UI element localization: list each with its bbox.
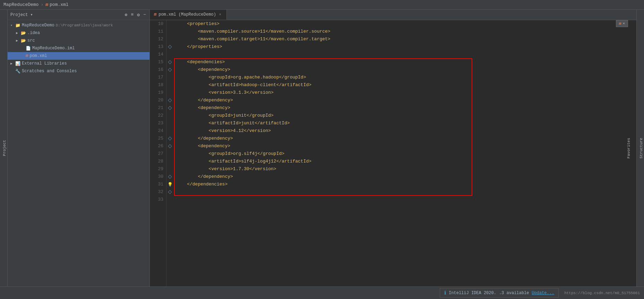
tree-item-ext[interactable]: ▶ 📊 External Libraries [8, 60, 149, 67]
code-line-19: <version>3.1.3</version> [173, 89, 636, 97]
line-num-11: 11 [150, 28, 166, 35]
idea-label: .idea [27, 31, 40, 35]
gutter-21 [166, 104, 173, 112]
xml-icon: m [26, 53, 28, 58]
project-panel-header: Project ▾ ⊕ ≡ ⚙ − [8, 10, 149, 20]
gutter: 💡 [166, 20, 173, 286]
code-line-13: </properties> [173, 43, 636, 51]
fold-diamond-15[interactable] [168, 60, 172, 64]
root-label: MapReduceDemo [22, 23, 54, 28]
line-num-32: 32 [150, 188, 166, 196]
code-line-30: </dependency> [173, 173, 636, 181]
editor-tabs: m pom.xml (MapReduceDemo) × [150, 10, 636, 20]
file-icon: m [45, 2, 48, 7]
line-num-27: 27 [150, 150, 166, 158]
root-path: D:\ProgramFiles\java\Work [56, 23, 113, 27]
src-label: src [27, 38, 35, 43]
notification-box: ℹ IntelliJ IDEA 2020. .3 available Updat… [440, 288, 559, 298]
fold-diamond-13[interactable] [168, 45, 172, 49]
gutter-19 [166, 89, 173, 97]
code-line-25: </dependency> [173, 135, 636, 142]
gutter-17 [166, 74, 173, 81]
code-line-12: <maven.compiler.target>11</maven.compile… [173, 35, 636, 43]
project-name: MapReduceDemo [3, 2, 38, 7]
line-num-25: 25 [150, 135, 166, 142]
locate-icon[interactable]: ⊕ [124, 11, 128, 18]
collapse-icon[interactable]: ≡ [130, 11, 135, 18]
gutter-10 [166, 20, 173, 28]
line-num-21: 21 [150, 104, 166, 112]
tab-label: pom.xml (MapReduceDemo) [158, 12, 216, 17]
gutter-28 [166, 158, 173, 165]
arrow-src: ▶ [16, 39, 21, 43]
ext-label: External Libraries [22, 61, 67, 66]
minimize-icon[interactable]: − [143, 11, 147, 18]
line-numbers: 10 11 12 13 14 15 16 17 18 19 20 21 22 2… [150, 20, 166, 286]
tree-item-scratch[interactable]: 🔧 Scratches and Consoles [8, 67, 149, 75]
pom-label: pom.xml [29, 53, 47, 58]
main-content: Project Project ▾ ⊕ ≡ ⚙ − ▾ 📁 MapReduceD… [0, 10, 644, 286]
notification-url: https://blog.csdn.net/m0_51755061 [564, 291, 640, 295]
tree-item-iml[interactable]: 📄 MapReduceDemo.iml [8, 44, 149, 52]
module-icon: 📁 [15, 23, 20, 28]
code-line-15: <dependencies> [173, 58, 636, 66]
notification-text: IntelliJ IDEA 2020. [449, 291, 496, 296]
favorites-tab[interactable]: Favorites [626, 136, 632, 160]
maven-button[interactable]: m × [616, 20, 628, 27]
fold-diamond-20[interactable] [168, 98, 172, 102]
maven-close[interactable]: × [622, 22, 625, 26]
code-editor: 10 11 12 13 14 15 16 17 18 19 20 21 22 2… [150, 20, 636, 286]
code-line-24: <version>4.12</version> [173, 127, 636, 135]
scratch-label: Scratches and Consoles [22, 69, 77, 74]
line-num-10: 10 [150, 20, 166, 28]
gutter-23 [166, 119, 173, 127]
gutter-25 [166, 135, 173, 142]
gutter-24 [166, 127, 173, 135]
code-line-14 [173, 51, 636, 58]
code-line-33 [173, 196, 636, 204]
bottom-bar: ℹ IntelliJ IDEA 2020. .3 available Updat… [0, 286, 644, 299]
gutter-16 [166, 66, 173, 74]
tab-pom-xml[interactable]: m pom.xml (MapReduceDemo) × [150, 10, 227, 20]
tree-item-idea[interactable]: ▶ 📂 .idea [8, 29, 149, 37]
fold-diamond-25[interactable] [168, 136, 172, 140]
project-tab-label[interactable]: Project [2, 139, 7, 157]
gutter-13 [166, 43, 173, 51]
tree-item-root[interactable]: ▾ 📁 MapReduceDemo D:\ProgramFiles\java\W… [8, 22, 149, 29]
gutter-33 [166, 196, 173, 204]
fold-diamond-26[interactable] [168, 144, 172, 148]
fold-diamond-32[interactable] [168, 190, 172, 194]
arrow-root: ▾ [10, 23, 15, 27]
fold-diamond-30[interactable] [168, 175, 172, 178]
code-content[interactable]: <properties> <maven.compiler.source>11</… [173, 20, 636, 286]
gutter-31: 💡 [166, 181, 173, 188]
line-num-18: 18 [150, 81, 166, 89]
line-num-22: 22 [150, 112, 166, 119]
tree-item-src[interactable]: ▶ 📂 src [8, 37, 149, 44]
code-line-26: <dependency> [173, 142, 636, 150]
update-link[interactable]: Update... [532, 291, 554, 296]
structure-tab[interactable]: Structure [638, 136, 644, 160]
tree-item-pom[interactable]: m pom.xml [8, 52, 149, 60]
code-line-11: <maven.compiler.source>11</maven.compile… [173, 28, 636, 35]
gutter-12 [166, 35, 173, 43]
info-icon: ℹ [444, 290, 446, 296]
line-num-17: 17 [150, 74, 166, 81]
gutter-32 [166, 188, 173, 196]
title-bar: MapReduceDemo › m pom.xml [0, 0, 644, 10]
line-num-15: 15 [150, 58, 166, 66]
settings-icon[interactable]: ⚙ [136, 11, 140, 18]
code-line-31: </dependencies> [173, 181, 636, 188]
line-num-16: 16 [150, 66, 166, 74]
arrow-idea: ▶ [16, 31, 21, 35]
gutter-27 [166, 150, 173, 158]
line-num-13: 13 [150, 43, 166, 51]
code-line-29: <version>1.7.30</version> [173, 165, 636, 173]
tab-close-button[interactable]: × [218, 13, 222, 17]
fold-diamond-21[interactable] [168, 106, 172, 110]
line-num-23: 23 [150, 119, 166, 127]
gutter-26 [166, 142, 173, 150]
fold-diamond-16[interactable] [168, 68, 172, 72]
code-line-21: <dependency> [173, 104, 636, 112]
line-num-33: 33 [150, 196, 166, 204]
